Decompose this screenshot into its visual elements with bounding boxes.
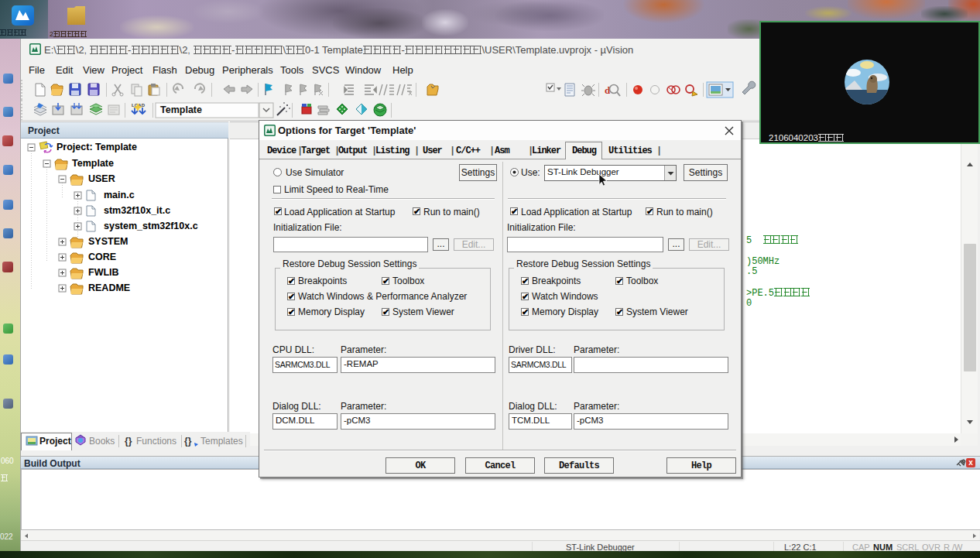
svg-text:{}: {} [184,436,192,447]
svg-text:{}: {} [125,436,132,447]
